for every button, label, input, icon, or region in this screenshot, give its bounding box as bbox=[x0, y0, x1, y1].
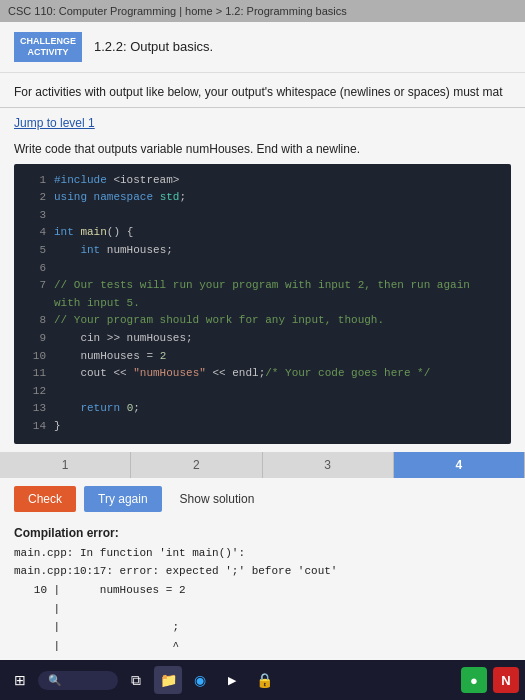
action-buttons: Check Try again Show solution bbox=[0, 478, 525, 520]
code-text-1: #include <iostream> bbox=[54, 172, 179, 190]
app-icon-n[interactable]: N bbox=[493, 667, 519, 693]
code-text-7: // Our tests will run your program with … bbox=[54, 277, 501, 312]
line-num-4: 4 bbox=[24, 224, 46, 242]
code-line-3: 3 bbox=[24, 207, 501, 225]
show-solution-button[interactable]: Show solution bbox=[170, 486, 265, 512]
try-again-button[interactable]: Try again bbox=[84, 486, 162, 512]
browser-icon[interactable]: ◉ bbox=[186, 666, 214, 694]
challenge-badge-line2: ACTIVITY bbox=[20, 47, 76, 58]
code-text-11: cout << "numHouses" << endl;/* Your code… bbox=[54, 365, 430, 383]
line-num-7: 7 bbox=[24, 277, 46, 312]
code-line-13: 13 return 0; bbox=[24, 400, 501, 418]
taskbar: ⊞ 🔍 ⧉ 📁 ◉ ▶ 🔒 ● N bbox=[0, 660, 525, 700]
code-line-2: 2 using namespace std; bbox=[24, 189, 501, 207]
challenge-badge: CHALLENGE ACTIVITY bbox=[14, 32, 82, 62]
line-num-10: 10 bbox=[24, 348, 46, 366]
task-view-icon[interactable]: ⧉ bbox=[122, 666, 150, 694]
taskbar-right: ● N bbox=[461, 667, 519, 693]
media-icon[interactable]: ▶ bbox=[218, 666, 246, 694]
code-text-4: int main() { bbox=[54, 224, 133, 242]
file-explorer-icon[interactable]: 📁 bbox=[154, 666, 182, 694]
lock-icon[interactable]: 🔒 bbox=[250, 666, 278, 694]
tab-level-1[interactable]: 1 bbox=[0, 452, 131, 478]
code-editor[interactable]: 1 #include <iostream> 2 using namespace … bbox=[14, 164, 511, 444]
error-line-3: 10 | numHouses = 2 bbox=[14, 581, 511, 600]
code-line-7: 7 // Our tests will run your program wit… bbox=[24, 277, 501, 312]
challenge-header: CHALLENGE ACTIVITY 1.2.2: Output basics. bbox=[0, 22, 525, 73]
code-line-6: 6 bbox=[24, 260, 501, 278]
code-line-1: 1 #include <iostream> bbox=[24, 172, 501, 190]
code-line-5: 5 int numHouses; bbox=[24, 242, 501, 260]
error-line-4: | bbox=[14, 600, 511, 619]
code-line-4: 4 int main() { bbox=[24, 224, 501, 242]
code-line-9: 9 cin >> numHouses; bbox=[24, 330, 501, 348]
browser-url: CSC 110: Computer Programming | home > 1… bbox=[8, 5, 347, 17]
error-section: Compilation error: main.cpp: In function… bbox=[0, 520, 525, 661]
taskbar-search[interactable]: 🔍 bbox=[38, 671, 118, 690]
challenge-badge-line1: CHALLENGE bbox=[20, 36, 76, 47]
write-instruction: Write code that outputs variable numHous… bbox=[0, 138, 525, 164]
app-icon-green[interactable]: ● bbox=[461, 667, 487, 693]
start-icon[interactable]: ⊞ bbox=[6, 666, 34, 694]
error-line-2: main.cpp:10:17: error: expected ';' befo… bbox=[14, 562, 511, 581]
code-text-13: return 0; bbox=[54, 400, 140, 418]
code-line-8: 8 // Your program should work for any in… bbox=[24, 312, 501, 330]
line-num-9: 9 bbox=[24, 330, 46, 348]
code-line-14: 14 } bbox=[24, 418, 501, 436]
challenge-title: 1.2.2: Output basics. bbox=[94, 39, 213, 54]
line-num-8: 8 bbox=[24, 312, 46, 330]
error-line-5: | ; bbox=[14, 618, 511, 637]
code-text-14: } bbox=[54, 418, 61, 436]
error-line-1: main.cpp: In function 'int main()': bbox=[14, 544, 511, 563]
error-title: Compilation error: bbox=[14, 526, 511, 540]
line-num-14: 14 bbox=[24, 418, 46, 436]
line-num-11: 11 bbox=[24, 365, 46, 383]
tab-level-2[interactable]: 2 bbox=[131, 452, 262, 478]
code-line-12: 12 bbox=[24, 383, 501, 401]
code-text-10: numHouses = 2 bbox=[54, 348, 166, 366]
tab-level-3[interactable]: 3 bbox=[263, 452, 394, 478]
jump-level-link[interactable]: Jump to level 1 bbox=[0, 108, 525, 138]
line-num-6: 6 bbox=[24, 260, 46, 278]
code-text-8: // Your program should work for any inpu… bbox=[54, 312, 384, 330]
code-line-10: 10 numHouses = 2 bbox=[24, 348, 501, 366]
error-body: main.cpp: In function 'int main()': main… bbox=[14, 544, 511, 661]
line-num-1: 1 bbox=[24, 172, 46, 190]
main-content: CHALLENGE ACTIVITY 1.2.2: Output basics.… bbox=[0, 22, 525, 660]
code-text-5: int numHouses; bbox=[54, 242, 173, 260]
description-text: For activities with output like below, y… bbox=[0, 73, 525, 108]
code-text-9: cin >> numHouses; bbox=[54, 330, 193, 348]
browser-bar: CSC 110: Computer Programming | home > 1… bbox=[0, 0, 525, 22]
description-content: For activities with output like below, y… bbox=[14, 85, 503, 99]
error-line-6: | ^ bbox=[14, 637, 511, 656]
line-num-13: 13 bbox=[24, 400, 46, 418]
line-num-5: 5 bbox=[24, 242, 46, 260]
line-num-2: 2 bbox=[24, 189, 46, 207]
line-num-3: 3 bbox=[24, 207, 46, 225]
level-tabs: 1 2 3 4 bbox=[0, 452, 525, 478]
tab-level-4[interactable]: 4 bbox=[394, 452, 525, 478]
code-line-11: 11 cout << "numHouses" << endl;/* Your c… bbox=[24, 365, 501, 383]
check-button[interactable]: Check bbox=[14, 486, 76, 512]
code-text-2: using namespace std; bbox=[54, 189, 186, 207]
line-num-12: 12 bbox=[24, 383, 46, 401]
